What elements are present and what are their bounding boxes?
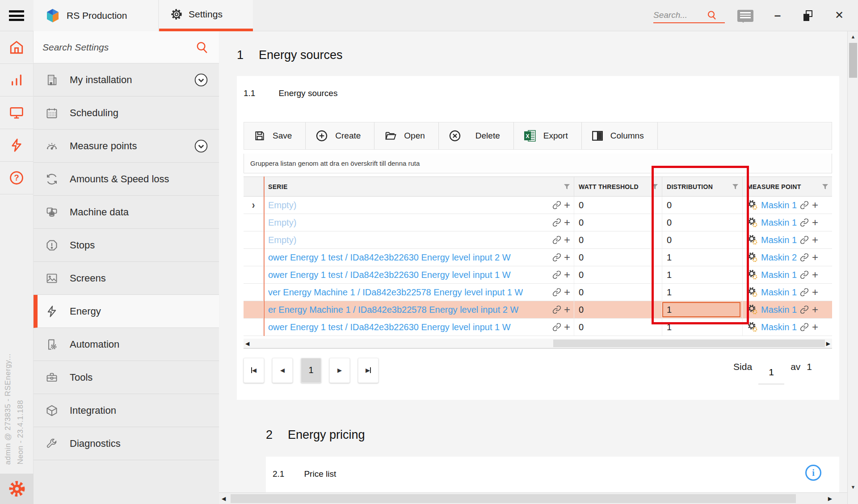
filter-icon[interactable]	[564, 184, 570, 190]
add-icon[interactable]: +	[812, 235, 818, 245]
sidebar-item-my-installation[interactable]: My installation	[34, 63, 219, 97]
link-icon[interactable]	[800, 218, 809, 227]
serie-link[interactable]: ower Energy 1 test / IDa842e3b22630 Ener…	[268, 322, 511, 332]
add-icon[interactable]: +	[812, 252, 818, 263]
add-icon[interactable]: +	[812, 269, 818, 280]
columns-button[interactable]: Columns	[582, 122, 658, 149]
machine-settings-icon[interactable]	[747, 322, 758, 332]
measure-point-cell[interactable]: Maskin 1 +	[743, 266, 832, 283]
serie-link[interactable]: Empty)	[268, 200, 296, 210]
machine-settings-icon[interactable]	[747, 217, 758, 228]
watt-cell[interactable]: 0	[574, 319, 662, 336]
watt-cell[interactable]: 0	[574, 197, 662, 214]
link-icon[interactable]	[552, 288, 561, 297]
add-icon[interactable]: +	[564, 322, 570, 332]
measure-point-cell[interactable]: Maskin 1 +	[743, 319, 832, 336]
scroll-right-icon[interactable]: ▶	[828, 493, 832, 504]
table-row[interactable]: › Empty) + 0 0 Maskin 1 +	[244, 197, 832, 214]
distribution-cell[interactable]: 0	[662, 214, 743, 231]
add-icon[interactable]: +	[564, 252, 570, 263]
sidebar-item-automation[interactable]: Automation	[34, 328, 219, 361]
link-icon[interactable]	[552, 235, 561, 244]
create-button[interactable]: Create	[306, 122, 374, 149]
sidebar-item-diagnostics[interactable]: Diagnostics	[34, 427, 219, 460]
measure-point-cell[interactable]: Maskin 1 +	[743, 301, 832, 318]
watt-cell[interactable]: 0	[574, 214, 662, 231]
page-number-input[interactable]	[758, 367, 784, 384]
filter-icon[interactable]	[822, 184, 829, 190]
sidebar-item-tools[interactable]: Tools	[34, 361, 219, 394]
info-icon[interactable]: i	[805, 465, 821, 481]
add-icon[interactable]: +	[564, 287, 570, 298]
last-page-button[interactable]: ▶	[358, 358, 379, 383]
measure-point-cell[interactable]: Maskin 1 +	[743, 214, 832, 231]
group-by-dropzone[interactable]: Gruppera listan genom att dra en överskr…	[244, 154, 832, 173]
table-row[interactable]: Empty) + 0 0 Maskin 1 +	[244, 231, 832, 249]
distribution-cell[interactable]: 1	[662, 266, 743, 283]
table-horizontal-scrollbar[interactable]: ◀ ▶	[244, 339, 832, 349]
sidebar-item-scheduling[interactable]: Scheduling	[34, 97, 219, 130]
close-button[interactable]: ✕	[829, 6, 849, 24]
measure-point-link[interactable]: Maskin 1	[761, 235, 797, 245]
link-icon[interactable]	[800, 201, 809, 210]
open-button[interactable]: Open	[374, 122, 438, 149]
add-icon[interactable]: +	[812, 217, 818, 228]
search-icon[interactable]	[707, 10, 717, 20]
scroll-left-icon[interactable]: ◀	[222, 493, 226, 504]
tab-settings[interactable]: Settings	[159, 0, 253, 31]
machine-settings-icon[interactable]	[747, 269, 758, 280]
machine-settings-icon[interactable]	[747, 304, 758, 315]
energy-bolt-icon[interactable]	[0, 129, 33, 162]
add-icon[interactable]: +	[564, 235, 570, 245]
hamburger-menu-icon[interactable]	[9, 10, 24, 21]
link-icon[interactable]	[800, 288, 809, 297]
sidebar-item-machine-data[interactable]: Machine data	[34, 196, 219, 229]
sidebar-search-icon[interactable]	[196, 41, 208, 54]
scroll-down-icon[interactable]: ▼	[848, 484, 858, 490]
distribution-cell[interactable]: 1	[662, 249, 743, 266]
link-icon[interactable]	[552, 201, 561, 210]
distribution-cell[interactable]: 0	[662, 231, 743, 248]
serie-link[interactable]: ower Energy 1 test / IDa842e3b22630 Ener…	[268, 252, 511, 263]
link-icon[interactable]	[552, 218, 561, 227]
machine-settings-icon[interactable]	[747, 235, 758, 245]
measure-point-cell[interactable]: Maskin 1 +	[743, 284, 832, 301]
filter-icon[interactable]	[732, 184, 739, 190]
export-button[interactable]: X Export	[514, 122, 582, 149]
help-icon[interactable]: ?	[0, 162, 33, 194]
measure-point-link[interactable]: Maskin 1	[761, 322, 797, 332]
table-row[interactable]: ower Energy 1 test / IDa842e3b22630 Ener…	[244, 266, 832, 284]
home-icon[interactable]	[0, 31, 33, 64]
add-icon[interactable]: +	[812, 322, 818, 332]
row-expander[interactable]	[244, 284, 264, 301]
machine-settings-icon[interactable]	[747, 200, 758, 210]
row-expander[interactable]	[244, 214, 264, 231]
watt-cell[interactable]: 0	[574, 284, 662, 301]
row-expander[interactable]	[244, 301, 264, 318]
statistics-icon[interactable]	[0, 64, 33, 97]
link-icon[interactable]	[800, 253, 809, 262]
add-icon[interactable]: +	[564, 304, 570, 315]
next-page-button[interactable]: ▶	[329, 358, 350, 383]
distribution-cell[interactable]: 1	[662, 284, 743, 301]
link-icon[interactable]	[552, 305, 561, 314]
link-icon[interactable]	[552, 323, 561, 332]
watt-cell[interactable]: 0	[574, 249, 662, 266]
serie-link[interactable]: ower Energy 1 test / IDa842e3b22630 Ener…	[268, 270, 511, 280]
first-page-button[interactable]: ◀	[244, 358, 264, 383]
measure-point-link[interactable]: Maskin 1	[761, 218, 797, 228]
add-icon[interactable]: +	[812, 304, 818, 315]
link-icon[interactable]	[800, 235, 809, 244]
sidebar-item-measure-points[interactable]: Measure points	[34, 130, 219, 163]
measure-point-cell[interactable]: Maskin 1 +	[743, 197, 832, 214]
sidebar-item-screens[interactable]: Screens	[34, 262, 219, 295]
scroll-left-icon[interactable]: ◀	[245, 339, 249, 349]
measure-point-cell[interactable]: Maskin 2 +	[743, 249, 832, 266]
column-header-watt-threshold[interactable]: WATT THRESHOLD	[574, 177, 662, 196]
distribution-cell-editing[interactable]: 1	[662, 301, 743, 318]
chevron-down-icon[interactable]	[194, 73, 208, 87]
table-row[interactable]: ver Energy Machine 1 / IDa842e3b22578 En…	[244, 284, 832, 301]
scroll-up-icon[interactable]: ▲	[848, 34, 858, 39]
sidebar-item-energy[interactable]: Energy	[34, 295, 219, 328]
scroll-right-icon[interactable]: ▶	[826, 339, 830, 349]
